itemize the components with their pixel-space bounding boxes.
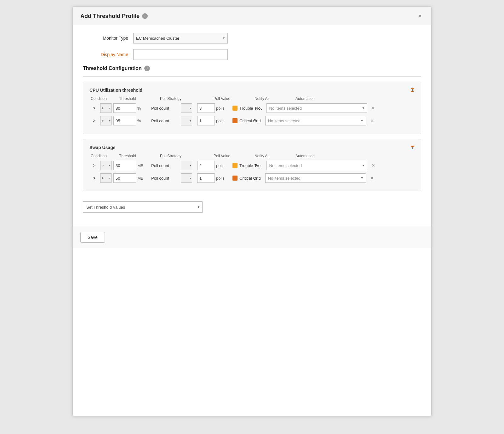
cpu-row2-notify-label: Critical [239, 119, 252, 123]
swap-col-poll-value: Poll Value [214, 154, 255, 158]
cpu-row2-poll-strategy-select[interactable] [181, 116, 192, 125]
swap-row1-poll-value-input[interactable] [197, 161, 215, 170]
swap-row2-condition-select[interactable]: > [100, 173, 112, 183]
cpu-row1-automation-select[interactable]: No items selected [266, 103, 367, 113]
cpu-col-headers: Condition Threshold Poll Strategy Poll V… [89, 96, 415, 101]
display-name-label: Display Name [83, 52, 133, 57]
cpu-row2-condition-select-wrapper: > [100, 116, 112, 125]
swap-row1-notify-badge: Trouble [232, 163, 253, 168]
swap-row1-notify-color [232, 163, 238, 168]
swap-threshold-section: 🗑 Swap Usage Condition Threshold Poll St… [83, 139, 421, 191]
swap-row2-notify-select-wrapper: Trouble Critical [253, 173, 261, 183]
cpu-row1-poll-value-input[interactable] [197, 103, 215, 113]
swap-row2-threshold-input[interactable] [113, 173, 136, 183]
dialog-body: Monitor Type EC Memcached Cluster Displa… [73, 25, 431, 220]
cpu-row-1: > > % Poll count polls [89, 103, 415, 113]
swap-row2-poll-strategy-select-wrapper [181, 173, 192, 183]
swap-row2-poll-strategy-text: Poll count [151, 176, 180, 181]
swap-row1-unit: MB [137, 163, 146, 168]
dialog-close-button[interactable]: × [416, 12, 424, 20]
swap-row1-poll-strategy-select-wrapper [181, 161, 192, 170]
threshold-config-info-icon[interactable]: i [144, 66, 150, 71]
cpu-row2-threshold-input[interactable] [113, 116, 136, 125]
swap-row1-notify-select[interactable]: Trouble Critical [255, 161, 262, 170]
cpu-row1-poll-strategy-select-wrapper [181, 103, 192, 113]
swap-row-1: > > MB Poll count polls [89, 161, 415, 170]
swap-row2-condition: > [89, 176, 99, 181]
cpu-row1-delete-button[interactable]: × [370, 105, 376, 112]
swap-row1-threshold-input[interactable] [113, 161, 136, 170]
swap-row1-delete-button[interactable]: × [370, 162, 376, 169]
swap-threshold-title: Swap Usage [89, 145, 415, 150]
cpu-row1-poll-strategy-text: Poll count [151, 106, 180, 111]
monitor-type-select-wrapper: EC Memcached Cluster [133, 33, 228, 43]
cpu-row1-automation-select-wrapper: No items selected [266, 103, 367, 113]
cpu-row1-poll-strategy-select[interactable] [181, 103, 192, 113]
swap-row1-condition-select[interactable]: > [100, 161, 112, 170]
cpu-row2-poll-value-input[interactable] [197, 116, 215, 125]
swap-row2-polls-label: polls [216, 176, 227, 181]
threshold-config-title: Threshold Configuration [83, 66, 142, 71]
cpu-row2-notify-select-wrapper: Trouble Critical [253, 116, 261, 125]
cpu-row1-threshold-input[interactable] [113, 103, 136, 113]
cpu-row2-automation-select[interactable]: No items selected [265, 116, 366, 125]
swap-row2-poll-value-input[interactable] [197, 173, 215, 183]
set-threshold-select[interactable]: Set Threshold Values [83, 201, 203, 213]
swap-row1-polls-label: polls [216, 163, 227, 168]
swap-row1-condition-select-wrapper: > [100, 161, 112, 170]
cpu-row2-delete-button[interactable]: × [369, 117, 375, 124]
set-threshold-wrapper: Set Threshold Values [83, 201, 203, 213]
swap-row2-delete-button[interactable]: × [369, 175, 375, 182]
monitor-type-select[interactable]: EC Memcached Cluster [133, 33, 228, 43]
swap-row2-notify-badge: Critical [232, 176, 252, 181]
cpu-row2-notify-badge: Critical [232, 118, 252, 123]
cpu-delete-button[interactable]: 🗑 [410, 86, 416, 93]
swap-col-poll-strategy: Poll Strategy [160, 154, 214, 158]
cpu-col-poll-value: Poll Value [214, 96, 255, 101]
cpu-row2-notify-select[interactable]: Trouble Critical [253, 116, 261, 125]
cpu-row1-unit: % [137, 106, 146, 111]
cpu-row1-condition: > [89, 106, 99, 111]
swap-row2-automation-select-wrapper: No items selected [265, 173, 366, 183]
cpu-row2-unit: % [137, 119, 146, 123]
threshold-config-header: Threshold Configuration i [83, 66, 421, 71]
swap-col-automation: Automation [295, 154, 415, 158]
swap-row2-condition-select-wrapper: > [100, 173, 112, 183]
display-name-row: Display Name Web-cluster [83, 49, 421, 60]
swap-delete-button[interactable]: 🗑 [410, 144, 416, 151]
dialog-title: Add Threshold Profile [80, 13, 140, 20]
cpu-row2-condition-select[interactable]: > [100, 116, 112, 125]
cpu-row1-polls-label: polls [216, 106, 227, 111]
swap-row1-notify-label: Trouble [239, 163, 253, 168]
monitor-type-row: Monitor Type EC Memcached Cluster [83, 33, 421, 43]
cpu-threshold-title: CPU Utilization threshold [89, 88, 415, 93]
save-button[interactable]: Save [80, 232, 105, 243]
dialog-info-icon[interactable]: i [142, 13, 148, 19]
swap-col-threshold: Threshold [119, 154, 160, 158]
swap-row2-notify-label: Critical [239, 176, 252, 181]
cpu-col-threshold: Threshold [119, 96, 160, 101]
swap-col-condition: Condition [91, 154, 119, 158]
dialog-title-row: Add Threshold Profile i [80, 13, 148, 20]
add-threshold-profile-dialog: Add Threshold Profile i × Monitor Type E… [72, 6, 432, 416]
swap-row1-poll-strategy-text: Poll count [151, 163, 180, 168]
cpu-row2-condition: > [89, 118, 99, 123]
cpu-col-notify: Notify As [255, 96, 295, 101]
cpu-col-condition: Condition [91, 96, 119, 101]
cpu-row2-automation-select-wrapper: No items selected [265, 116, 366, 125]
cpu-col-automation: Automation [295, 96, 415, 101]
swap-row1-poll-strategy-select[interactable] [181, 161, 192, 170]
swap-row2-notify-select[interactable]: Trouble Critical [253, 173, 261, 183]
swap-row1-automation-select[interactable]: No items selected [266, 161, 367, 170]
swap-row2-poll-strategy-select[interactable] [181, 173, 192, 183]
swap-col-notify: Notify As [255, 154, 295, 158]
cpu-row1-notify-badge: Trouble [232, 106, 253, 111]
cpu-row2-notify-color [232, 118, 238, 123]
swap-row2-automation-select[interactable]: No items selected [265, 173, 366, 183]
monitor-type-label: Monitor Type [83, 36, 133, 41]
cpu-row1-condition-select[interactable]: > [100, 103, 112, 113]
display-name-input[interactable]: Web-cluster [133, 49, 228, 60]
swap-row1-notify-select-wrapper: Trouble Critical [255, 161, 262, 170]
swap-row1-automation-select-wrapper: No items selected [266, 161, 367, 170]
cpu-row1-notify-select[interactable]: Trouble Critical [255, 103, 262, 113]
